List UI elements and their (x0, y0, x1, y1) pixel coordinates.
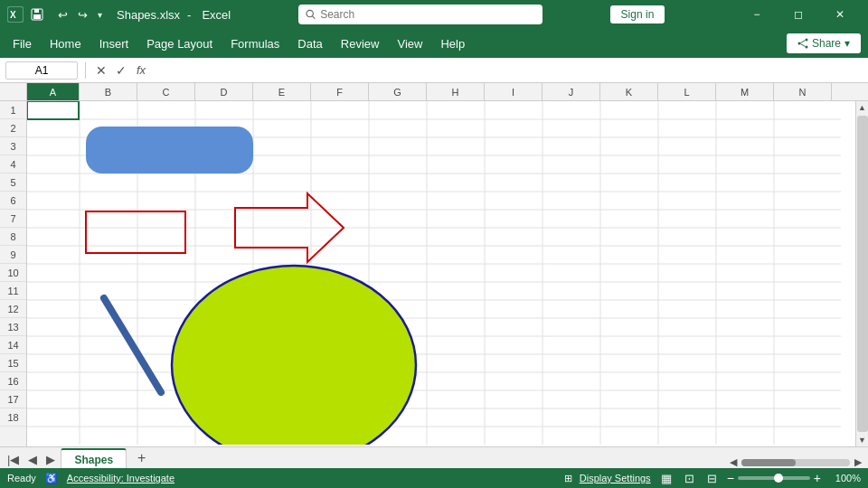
undo-button[interactable]: ↩ (54, 6, 71, 23)
status-bar: Ready ♿ Accessibility: Investigate ⊞ Dis… (0, 468, 868, 488)
col-header-a[interactable]: A (27, 83, 80, 100)
grid-lines-svg (27, 101, 841, 445)
cancel-formula-button[interactable]: ✕ (93, 63, 109, 78)
row-num-13[interactable]: 13 (0, 318, 26, 336)
status-ready: Ready (7, 473, 36, 483)
row-num-12[interactable]: 12 (0, 300, 26, 318)
menu-view[interactable]: View (388, 33, 431, 54)
view-break-button[interactable]: ⊟ (704, 472, 720, 485)
row-num-6[interactable]: 6 (0, 192, 26, 210)
minimize-button[interactable]: − (736, 0, 778, 29)
svg-rect-4 (34, 9, 39, 13)
menu-insert[interactable]: Insert (90, 33, 138, 54)
tab-scroll-right[interactable]: ▶ (852, 456, 864, 468)
zoom-slider[interactable]: − + (727, 471, 821, 485)
redo-button[interactable]: ↪ (74, 6, 91, 23)
col-header-j[interactable]: J (542, 83, 600, 100)
col-header-b[interactable]: B (80, 83, 137, 100)
col-header-e[interactable]: E (253, 83, 311, 100)
title-bar: X ↩ ↪ ▾ Shapes.xlsx - Excel Sign in − ◻ … (0, 0, 868, 29)
view-layout-button[interactable]: ⊡ (682, 472, 697, 485)
tab-scroll-thumb[interactable] (741, 459, 796, 466)
zoom-in-button[interactable]: + (814, 471, 821, 485)
row-num-3[interactable]: 3 (0, 137, 26, 155)
menu-review[interactable]: Review (332, 33, 389, 54)
row-num-15[interactable]: 15 (0, 354, 26, 372)
tab-scroll-left[interactable]: ◀ (727, 456, 740, 468)
row-num-5[interactable]: 5 (0, 174, 26, 192)
row-num-4[interactable]: 4 (0, 155, 26, 174)
row-num-10[interactable]: 10 (0, 264, 26, 282)
row-num-11[interactable]: 11 (0, 282, 26, 300)
tab-nav-prev[interactable]: ◀ (24, 451, 41, 468)
scroll-up-button[interactable]: ▲ (857, 101, 868, 114)
customize-qat[interactable]: ▾ (94, 8, 106, 22)
row-num-7[interactable]: 7 (0, 210, 26, 228)
col-header-n[interactable]: N (774, 83, 832, 100)
shape-red-rect (86, 211, 185, 253)
col-header-l[interactable]: L (658, 83, 716, 100)
col-header-k[interactable]: K (600, 83, 658, 100)
excel-icon: X (7, 6, 24, 23)
row-num-17[interactable]: 17 (0, 390, 26, 408)
close-button[interactable]: ✕ (819, 0, 861, 29)
menu-formulas[interactable]: Formulas (222, 33, 288, 54)
confirm-formula-button[interactable]: ✓ (113, 63, 129, 78)
sheet-tabs-bar: |◀ ◀ ▶ Shapes + ◀ ▶ (0, 446, 868, 468)
scroll-down-button[interactable]: ▼ (857, 434, 868, 446)
grid-columns[interactable] (27, 101, 855, 446)
row-num-8[interactable]: 8 (0, 228, 26, 246)
menu-data[interactable]: Data (288, 33, 331, 54)
shape-rounded-rect (86, 127, 253, 174)
search-input[interactable] (320, 8, 535, 21)
restore-button[interactable]: ◻ (778, 0, 819, 29)
search-icon (306, 9, 316, 20)
col-header-i[interactable]: I (485, 83, 542, 100)
zoom-thumb[interactable] (774, 474, 783, 483)
col-header-m[interactable]: M (716, 83, 774, 100)
share-button[interactable]: Share ▾ (787, 33, 861, 53)
vertical-scrollbar[interactable]: ▲ ▼ (855, 101, 868, 446)
formula-input[interactable] (153, 64, 863, 77)
zoom-out-button[interactable]: − (727, 471, 734, 485)
svg-point-5 (307, 10, 313, 16)
row-num-1[interactable]: 1 (0, 101, 26, 119)
tab-scroll-bar: ◀ ▶ (727, 456, 864, 468)
col-header-h[interactable]: H (427, 83, 485, 100)
col-header-c[interactable]: C (137, 83, 195, 100)
svg-point-8 (797, 42, 800, 45)
menu-page-layout[interactable]: Page Layout (137, 33, 222, 54)
display-settings-label[interactable]: Display Settings (580, 473, 651, 483)
tab-scroll-track[interactable] (741, 459, 850, 466)
formula-bar-separator (85, 62, 86, 79)
add-sheet-button[interactable]: + (132, 448, 151, 468)
corner-header (0, 83, 27, 100)
accessibility-label[interactable]: Accessibility: Investigate (67, 473, 175, 483)
menu-help[interactable]: Help (431, 33, 474, 54)
signin-button[interactable]: Sign in (610, 5, 665, 23)
shape-blue-line (104, 298, 161, 392)
scroll-thumb[interactable] (857, 116, 868, 432)
view-normal-button[interactable]: ▦ (658, 472, 675, 485)
row-num-9[interactable]: 9 (0, 246, 26, 264)
tab-nav-first[interactable]: |◀ (4, 451, 23, 468)
col-header-g[interactable]: G (369, 83, 427, 100)
row-num-14[interactable]: 14 (0, 336, 26, 354)
menu-file[interactable]: File (4, 33, 41, 54)
row-num-2[interactable]: 2 (0, 119, 26, 137)
sheet-tab-shapes[interactable]: Shapes (61, 448, 127, 468)
tab-nav-next[interactable]: ▶ (42, 451, 59, 468)
search-box[interactable] (298, 5, 542, 24)
window-controls: − ◻ ✕ (736, 0, 861, 29)
row-num-18[interactable]: 18 (0, 408, 26, 427)
zoom-track[interactable] (738, 476, 810, 480)
col-header-d[interactable]: D (195, 83, 253, 100)
col-header-f[interactable]: F (311, 83, 369, 100)
zoom-level[interactable]: 100% (828, 473, 861, 483)
cell-name-box[interactable] (5, 61, 78, 80)
status-right: ⊞ Display Settings ▦ ⊡ ⊟ − + 100% (564, 471, 861, 485)
row-num-16[interactable]: 16 (0, 372, 26, 390)
save-icon[interactable] (29, 6, 45, 23)
svg-text:X: X (10, 10, 16, 20)
menu-home[interactable]: Home (41, 33, 90, 54)
